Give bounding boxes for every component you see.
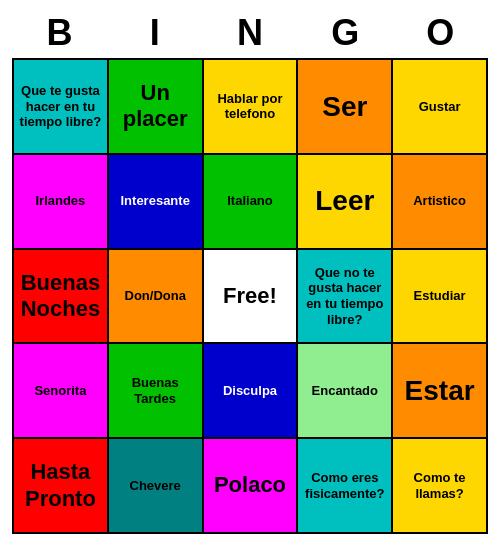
cell-0: Que te gusta hacer en tu tiempo libre? bbox=[14, 60, 107, 153]
cell-12: Free! bbox=[204, 250, 297, 343]
letter-b: B bbox=[15, 12, 105, 54]
cell-15: Senorita bbox=[14, 344, 107, 437]
cell-20: Hasta Pronto bbox=[14, 439, 107, 532]
bingo-grid: Que te gusta hacer en tu tiempo libre?Un… bbox=[12, 58, 488, 534]
cell-24: Como te llamas? bbox=[393, 439, 486, 532]
cell-6: Interesante bbox=[109, 155, 202, 248]
cell-21: Chevere bbox=[109, 439, 202, 532]
cell-4: Gustar bbox=[393, 60, 486, 153]
cell-8: Leer bbox=[298, 155, 391, 248]
cell-5: Irlandes bbox=[14, 155, 107, 248]
cell-16: Buenas Tardes bbox=[109, 344, 202, 437]
cell-1: Un placer bbox=[109, 60, 202, 153]
cell-17: Disculpa bbox=[204, 344, 297, 437]
cell-14: Estudiar bbox=[393, 250, 486, 343]
letter-g: G bbox=[300, 12, 390, 54]
cell-13: Que no te gusta hacer en tu tiempo libre… bbox=[298, 250, 391, 343]
cell-3: Ser bbox=[298, 60, 391, 153]
cell-22: Polaco bbox=[204, 439, 297, 532]
cell-9: Artistico bbox=[393, 155, 486, 248]
cell-19: Estar bbox=[393, 344, 486, 437]
cell-10: Buenas Noches bbox=[14, 250, 107, 343]
cell-7: Italiano bbox=[204, 155, 297, 248]
letter-i: I bbox=[110, 12, 200, 54]
cell-2: Hablar por telefono bbox=[204, 60, 297, 153]
cell-11: Don/Dona bbox=[109, 250, 202, 343]
letter-o: O bbox=[395, 12, 485, 54]
cell-18: Encantado bbox=[298, 344, 391, 437]
letter-n: N bbox=[205, 12, 295, 54]
cell-23: Como eres fisicamente? bbox=[298, 439, 391, 532]
